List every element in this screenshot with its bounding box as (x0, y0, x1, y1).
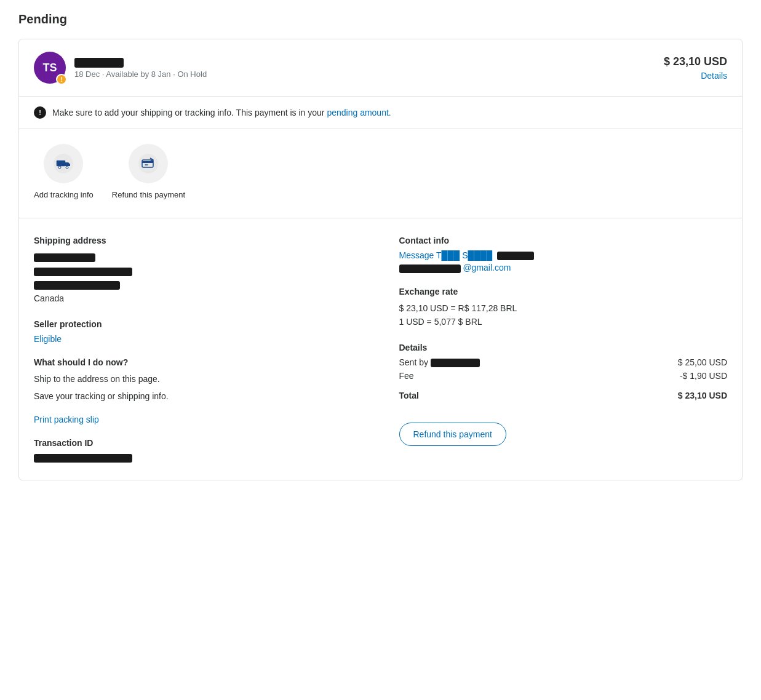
refund-payment-action[interactable]: Refund this payment (112, 144, 185, 201)
contact-email: @gmail.com (399, 263, 728, 272)
svg-point-3 (66, 166, 68, 169)
svg-point-2 (58, 166, 61, 169)
details-section: Shipping address Canada Seller protectio… (19, 218, 742, 480)
refund-icon (138, 154, 158, 173)
info-icon: ! (34, 106, 46, 119)
payment-details-section: Details Sent by $ 25,00 USD Fee -$ 1,90 … (399, 343, 728, 400)
email-link[interactable]: @gmail.com (463, 263, 511, 272)
shipping-street (34, 264, 362, 278)
exchange-section: Exchange rate $ 23,10 USD = R$ 117,28 BR… (399, 287, 728, 329)
details-link[interactable]: Details (664, 71, 727, 81)
info-banner: ! Make sure to add your shipping or trac… (19, 97, 742, 129)
exchange-rate-label: Exchange rate (399, 287, 728, 296)
sent-by-row: Sent by $ 25,00 USD (399, 357, 728, 367)
total-row: Total $ 23,10 USD (399, 386, 728, 400)
details-right: Contact info Message T███ S████ @gmail.c… (387, 236, 728, 463)
user-name (74, 57, 207, 68)
fee-label: Fee (399, 371, 414, 381)
details-left: Shipping address Canada Seller protectio… (34, 236, 387, 463)
fee-row: Fee -$ 1,90 USD (399, 371, 728, 381)
transaction-id-value (34, 453, 362, 463)
page-title: Pending (18, 12, 743, 26)
sent-by-value: $ 25,00 USD (678, 357, 727, 367)
avatar-wrapper: TS ! (34, 52, 66, 84)
message-user-link[interactable]: Message T███ S████ (399, 250, 728, 260)
what-should-label: What should I do now? (34, 357, 362, 367)
instruction-line1: Ship to the address on this page. (34, 372, 362, 386)
exchange-line1: $ 23,10 USD = R$ 117,28 BRL (399, 301, 728, 315)
payment-amount: $ 23,10 USD (664, 55, 727, 68)
truck-icon (54, 154, 73, 173)
shipping-name (34, 250, 362, 264)
svg-rect-1 (57, 161, 65, 166)
header-left: TS ! 18 Dec · Available by 8 Jan · On Ho… (34, 52, 207, 84)
user-info: 18 Dec · Available by 8 Jan · On Hold (74, 57, 207, 79)
header-right: $ 23,10 USD Details (664, 55, 727, 81)
svg-rect-4 (138, 154, 158, 173)
pending-amount-link[interactable]: pending amount. (327, 108, 391, 117)
refund-icon-circle (129, 144, 168, 183)
transaction-section: Transaction ID (34, 438, 362, 463)
actions-section: Add tracking info Refund this payment (19, 129, 742, 218)
fee-value: -$ 1,90 USD (680, 371, 727, 381)
refund-this-payment-button[interactable]: Refund this payment (399, 423, 506, 446)
shipping-address-label: Shipping address (34, 236, 362, 245)
sent-by-label: Sent by (399, 357, 480, 367)
exchange-line2: 1 USD = 5,077 $ BRL (399, 315, 728, 328)
seller-protection-label: Seller protection (34, 319, 362, 329)
what-should-section: What should I do now? Ship to the addres… (34, 357, 362, 404)
add-tracking-icon-circle (44, 144, 83, 183)
header-section: TS ! 18 Dec · Available by 8 Jan · On Ho… (19, 39, 742, 97)
details-label: Details (399, 343, 728, 352)
info-banner-text: Make sure to add your shipping or tracki… (52, 108, 391, 117)
total-label: Total (399, 391, 419, 400)
avatar-warning-icon: ! (56, 74, 67, 85)
shipping-country: Canada (34, 292, 362, 305)
contact-info-label: Contact info (399, 236, 728, 245)
seller-protection-section: Seller protection Eligible (34, 319, 362, 344)
main-card: TS ! 18 Dec · Available by 8 Jan · On Ho… (18, 39, 743, 480)
shipping-address-section: Shipping address Canada (34, 236, 362, 306)
instruction-line2: Save your tracking or shipping info. (34, 389, 362, 403)
add-tracking-action[interactable]: Add tracking info (34, 144, 94, 201)
eligible-link[interactable]: Eligible (34, 334, 62, 344)
refund-payment-label: Refund this payment (112, 189, 185, 201)
transaction-id-label: Transaction ID (34, 438, 362, 448)
shipping-city (34, 278, 362, 292)
print-packing-slip-link[interactable]: Print packing slip (34, 415, 99, 424)
user-meta: 18 Dec · Available by 8 Jan · On Hold (74, 70, 207, 79)
total-value: $ 23,10 USD (678, 391, 727, 400)
contact-info-section: Contact info Message T███ S████ @gmail.c… (399, 236, 728, 273)
add-tracking-label: Add tracking info (34, 189, 94, 201)
